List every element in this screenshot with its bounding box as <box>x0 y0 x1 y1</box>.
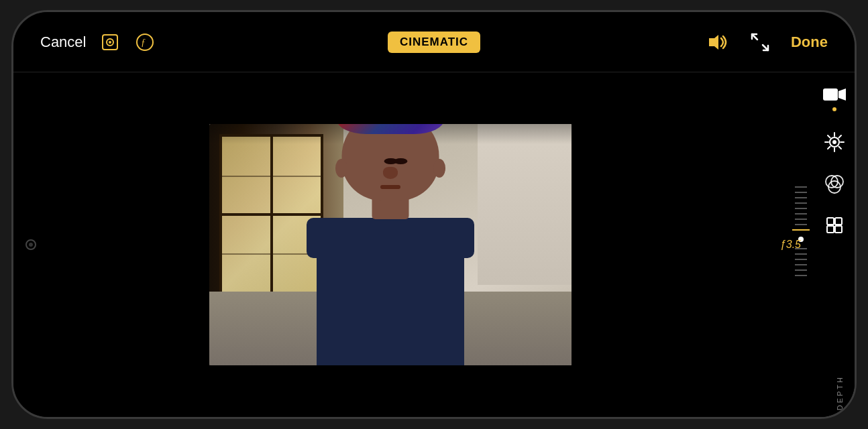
slider-tick <box>795 275 807 276</box>
aperture-icon-button[interactable]: ƒ <box>134 32 156 53</box>
cinematic-badge[interactable]: CINEMATIC <box>388 32 480 53</box>
right-controls: ƒ3.5 <box>767 72 855 417</box>
slider-tick <box>795 224 807 225</box>
adjust-button[interactable] <box>824 214 845 236</box>
volume-icon-button[interactable] <box>705 32 729 53</box>
fstop-label: ƒ3.5 <box>780 239 801 251</box>
main-content: ƒ3.5 <box>13 72 855 417</box>
slider-tick <box>795 186 807 188</box>
svg-line-18 <box>839 135 842 138</box>
top-bar: Cancel ƒ CINEMATIC <box>13 12 855 72</box>
slider-tick <box>795 197 807 198</box>
phone-frame: Cancel ƒ CINEMATIC <box>11 10 857 419</box>
svg-line-19 <box>828 147 830 149</box>
video-camera-button[interactable] <box>822 86 847 111</box>
brightness-button[interactable] <box>824 131 845 153</box>
slider-tick <box>795 269 807 271</box>
viewfinder-icon-button[interactable] <box>99 32 121 53</box>
depth-label: DEPTH <box>836 375 844 410</box>
slider-tick <box>795 192 807 193</box>
slider-tick <box>795 253 807 255</box>
slider-tick <box>795 202 807 204</box>
top-bar-right: Done <box>565 32 828 53</box>
svg-line-16 <box>828 135 830 138</box>
svg-line-17 <box>839 147 842 149</box>
slider-tick <box>795 264 807 265</box>
video-camera-active-dot <box>832 107 836 111</box>
svg-rect-25 <box>827 226 834 233</box>
slider-tick <box>795 208 807 209</box>
svg-point-11 <box>832 140 836 144</box>
svg-rect-23 <box>827 218 834 225</box>
svg-rect-26 <box>835 226 842 233</box>
video-area <box>13 72 767 417</box>
slider-tick <box>795 213 807 214</box>
svg-point-2 <box>109 41 111 44</box>
slider-tick-active <box>792 229 810 231</box>
svg-marker-9 <box>838 88 846 101</box>
svg-rect-8 <box>823 88 838 101</box>
svg-marker-5 <box>709 35 718 50</box>
expand-icon-button[interactable] <box>749 32 771 53</box>
top-bar-left: Cancel ƒ <box>40 32 303 53</box>
done-button[interactable]: Done <box>791 34 828 51</box>
video-background <box>209 124 572 365</box>
svg-rect-24 <box>835 218 842 225</box>
color-mix-button[interactable] <box>824 173 845 194</box>
video-frame[interactable] <box>209 124 572 365</box>
slider-tick <box>795 259 807 260</box>
svg-text:ƒ: ƒ <box>141 38 146 48</box>
cancel-button[interactable]: Cancel <box>40 34 86 51</box>
top-bar-center: CINEMATIC <box>303 32 565 53</box>
slider-track[interactable] <box>791 86 811 377</box>
slider-tick <box>795 219 807 220</box>
right-icon-buttons <box>822 86 847 236</box>
